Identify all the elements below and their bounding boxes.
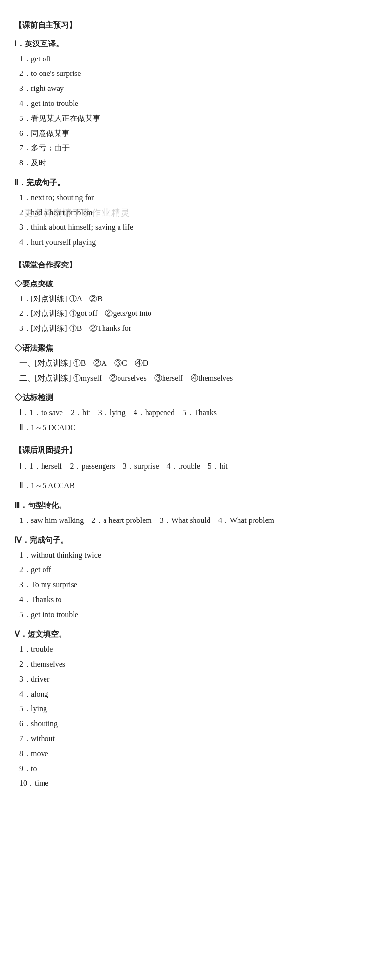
list-item: 3．driver: [19, 672, 372, 686]
preview-section: 【课前自主预习】 Ⅰ．英汉互译。 1．get off 2．to one's su…: [15, 18, 372, 250]
classroom-section: 【课堂合作探究】 ◇要点突破 1．[对点训练] ①A ②B 2．[对点训练] ①…: [15, 258, 372, 435]
list-item: 7．without: [19, 732, 372, 746]
preview-part2-label: Ⅱ．完成句子。: [15, 176, 372, 190]
list-item: 9．to: [19, 762, 372, 776]
list-item: 2．[对点训练] ①got off ②gets/got into: [19, 307, 372, 321]
consolidation-title: 【课后巩固提升】: [15, 444, 372, 458]
consolidation-part1: Ⅰ．1．herself 2．passengers 3．surprise 4．tr…: [19, 460, 372, 474]
list-item: 3．[对点训练] ①B ②Thanks for: [19, 322, 372, 336]
consolidation-part4-items: 1．without thinking twice 2．get off 3．To …: [15, 549, 372, 622]
preview-part1-label: Ⅰ．英汉互译。: [15, 37, 372, 51]
grammar-label: ◇语法聚焦: [15, 342, 372, 356]
list-item: 3．To my surprise: [19, 578, 372, 592]
list-item: 4．along: [19, 687, 372, 701]
consolidation-part4-label: Ⅳ．完成句子。: [15, 534, 372, 548]
keypoints-items: 1．[对点训练] ①A ②B 2．[对点训练] ①got off ②gets/g…: [15, 292, 372, 336]
page-container: 【课前自主预习】 Ⅰ．英汉互译。 1．get off 2．to one's su…: [15, 18, 372, 790]
list-item: 8．及时: [19, 156, 372, 170]
preview-title: 【课前自主预习】: [15, 18, 372, 32]
list-item: 4．get into trouble: [19, 97, 372, 111]
item-content: ．[对点训练] ①B ②Thanks for: [23, 324, 131, 332]
consolidation-part5-label: Ⅴ．短文填空。: [15, 627, 372, 641]
list-item: 3．think about himself; saving a life: [19, 221, 372, 235]
item-num: 3: [19, 324, 23, 332]
consolidation-part2: Ⅱ．1～5 ACCAB: [19, 479, 372, 493]
list-item: 5．get into trouble: [19, 608, 372, 622]
consolidation-section: 【课后巩固提升】 Ⅰ．1．herself 2．passengers 3．surp…: [15, 444, 372, 791]
list-item: 10．time: [19, 776, 372, 790]
list-item: 2．to one's surprise: [19, 67, 372, 81]
keypoints-label: ◇要点突破: [15, 277, 372, 291]
list-item: 8．move: [19, 747, 372, 761]
list-item: 1．saw him walking 2．a heart problem 3．Wh…: [19, 514, 372, 528]
consolidation-part3-label: Ⅲ．句型转化。: [15, 499, 372, 513]
list-item: 3．right away: [19, 82, 372, 96]
consolidation-part5-items: 1．trouble 2．themselves 3．driver 4．along …: [15, 642, 372, 790]
list-item: 4．Thanks to: [19, 593, 372, 607]
list-item: 2．themselves: [19, 657, 372, 671]
preview-part1-items: 1．get off 2．to one's surprise 3．right aw…: [15, 52, 372, 170]
list-item: 一、[对点训练] ①B ②A ③C ④D: [19, 356, 372, 371]
list-item: 6．shouting: [19, 717, 372, 731]
item-content: ．[对点训练] ①A ②B: [23, 295, 103, 303]
check-label: ◇达标检测: [15, 391, 372, 405]
list-item: 1．next to; shouting for: [19, 191, 372, 205]
item-num: 2: [19, 309, 23, 317]
item-content: ．[对点训练] ①got off ②gets/got into: [23, 309, 151, 317]
list-item: Ⅰ．1．to save 2．hit 3．lying 4．happened 5．T…: [19, 406, 372, 420]
list-item: 5．看见某人正在做某事: [19, 112, 372, 126]
list-item: 1．[对点训练] ①A ②B: [19, 292, 372, 306]
list-item: 6．同意做某事: [19, 127, 372, 141]
list-item: 4．hurt yourself playing: [19, 236, 372, 250]
preview-part2-items: 1．next to; shouting for 2．had a heart pr…: [15, 191, 372, 250]
classroom-title: 【课堂合作探究】: [15, 258, 372, 272]
item-num: 1: [19, 295, 23, 303]
list-item: 1．get off: [19, 52, 372, 66]
grammar-items: 一、[对点训练] ①B ②A ③C ④D 二、[对点训练] ①myself ②o…: [15, 356, 372, 386]
list-item: Ⅱ．1～5 DCADC: [19, 421, 372, 435]
list-item: 2．had a heart problem 更多答案请下载作业精灵: [19, 206, 372, 220]
list-item: 2．get off: [19, 563, 372, 577]
list-item: 7．多亏；由于: [19, 141, 372, 155]
list-item: 1．without thinking twice: [19, 549, 372, 563]
list-item: 5．lying: [19, 702, 372, 716]
check-items: Ⅰ．1．to save 2．hit 3．lying 4．happened 5．T…: [15, 406, 372, 435]
list-item: 二、[对点训练] ①myself ②ourselves ③herself ④th…: [19, 371, 372, 386]
list-item-text: 2．had a heart problem: [19, 208, 93, 217]
list-item: 1．trouble: [19, 642, 372, 656]
